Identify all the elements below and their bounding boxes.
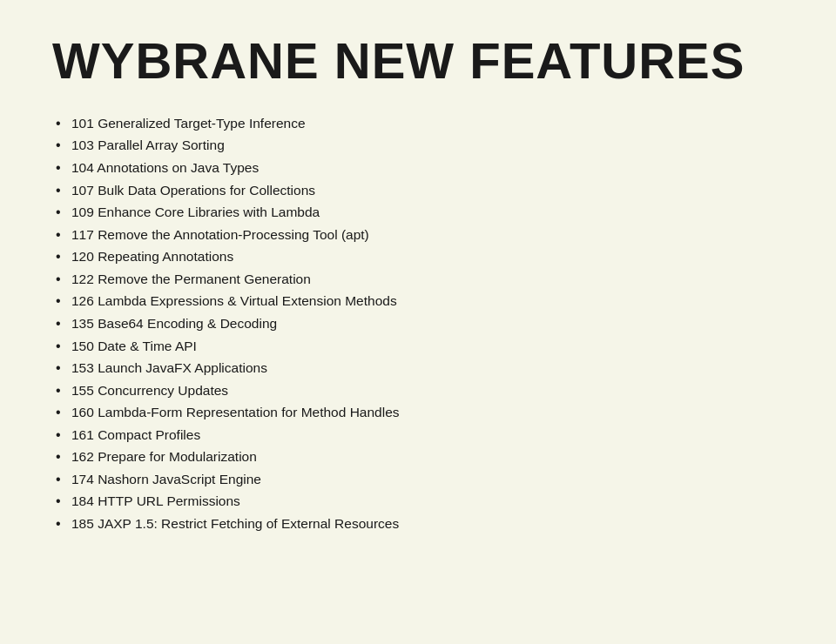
list-item: 184 HTTP URL Permissions: [52, 490, 784, 513]
list-item: 107 Bulk Data Operations for Collections: [52, 179, 784, 202]
list-item: 150 Date & Time API: [52, 335, 784, 358]
features-list: 101 Generalized Target-Type Inference103…: [52, 112, 784, 536]
list-item: 161 Compact Profiles: [52, 424, 784, 446]
list-item: 160 Lambda-Form Representation for Metho…: [52, 401, 784, 424]
list-item: 155 Concurrency Updates: [52, 379, 784, 402]
page: WYBRANE NEW FEATURES 101 Generalized Tar…: [0, 0, 836, 644]
list-item: 126 Lambda Expressions & Virtual Extensi…: [52, 290, 784, 312]
list-item: 174 Nashorn JavaScript Engine: [52, 468, 784, 491]
list-item: 101 Generalized Target-Type Inference: [52, 112, 784, 135]
page-title: WYBRANE NEW FEATURES: [52, 35, 784, 88]
list-item: 120 Repeating Annotations: [52, 245, 784, 268]
list-item: 135 Base64 Encoding & Decoding: [52, 312, 784, 335]
list-item: 109 Enhance Core Libraries with Lambda: [52, 201, 784, 224]
list-item: 103 Parallel Array Sorting: [52, 134, 784, 157]
list-item: 185 JAXP 1.5: Restrict Fetching of Exter…: [52, 513, 784, 535]
list-item: 122 Remove the Permanent Generation: [52, 268, 784, 291]
list-item: 117 Remove the Annotation-Processing Too…: [52, 224, 784, 246]
list-item: 153 Launch JavaFX Applications: [52, 357, 784, 379]
list-item: 104 Annotations on Java Types: [52, 157, 784, 179]
list-item: 162 Prepare for Modularization: [52, 446, 784, 468]
